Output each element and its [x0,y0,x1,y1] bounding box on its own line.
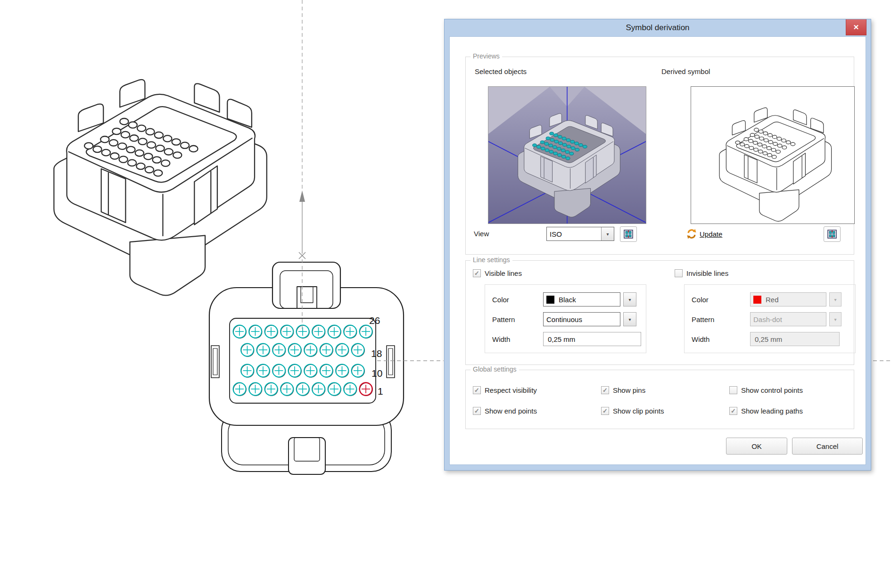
dialog-title: Symbol derivation [445,19,871,36]
invisible-lines-checkbox[interactable]: Invisible lines [675,269,728,277]
previews-group-label: Previews [470,52,502,60]
visible-lines-label: Visible lines [485,269,522,277]
invisible-color-select: Red [750,292,826,306]
chevron-down-icon: ▾ [628,297,631,302]
invisible-pattern-select: Dash-dot [750,312,826,326]
checkbox-label: Respect visibility [485,386,537,394]
selected-objects-3d-viewport[interactable] [488,86,646,224]
show-leading-paths-checkbox[interactable]: ✓ Show leading paths [729,407,803,415]
visible-pattern-value: Continuous [546,315,582,323]
respect-visibility-checkbox[interactable]: ✓ Respect visibility [473,386,537,394]
show-clip-points-checkbox[interactable]: ✓ Show clip points [601,407,664,415]
dialog-content: Previews Selected objects Derived symbol [449,36,866,465]
pin-number-18: 18 [371,348,382,359]
checkbox-box[interactable]: ✓ [729,407,737,415]
checkbox-box[interactable]: ✓ [601,386,609,394]
visible-color-arrow[interactable]: ▾ [623,292,636,306]
show-pins-checkbox[interactable]: ✓ Show pins [601,386,645,394]
view-pins-button[interactable] [620,226,637,242]
pin-number-1: 1 [378,386,383,397]
visible-lines-box: Color Black ▾ Pattern Continuous ▾ [485,284,646,353]
color-swatch-black [546,296,554,304]
invisible-width-input: 0,25 mm [750,332,840,346]
line-settings-group-label: Line settings [470,256,512,264]
close-icon: ✕ [853,23,859,32]
checkbox-box[interactable]: ✓ [473,386,481,394]
previews-group: Previews Selected objects Derived symbol [465,57,854,255]
pin-number-26: 26 [369,315,380,326]
checkbox-box[interactable]: ✓ [473,269,481,277]
visible-color-value: Black [559,296,576,304]
refresh-icon [686,228,697,240]
chevron-down-icon: ▾ [834,297,836,302]
checkbox-label: Show clip points [613,407,664,415]
invisible-lines-label: Invisible lines [686,269,728,277]
close-button[interactable]: ✕ [846,19,866,35]
invisible-pattern-value: Dash-dot [753,315,782,323]
visible-lines-checkbox[interactable]: ✓ Visible lines [473,269,522,277]
chevron-down-icon[interactable]: ▾ [601,227,614,240]
derived-symbol-preview [691,86,855,224]
invisible-color-arrow: ▾ [829,292,842,306]
color-label: Color [692,296,709,304]
pin-number-10: 10 [371,368,382,379]
axis-arrowhead-icon [299,190,305,202]
visible-pattern-select[interactable]: Continuous [543,312,620,326]
checkbox-label: Show control points [741,386,803,394]
chevron-down-icon: ▾ [628,317,631,322]
symbol-pins-icon [827,230,837,239]
derived-symbol-drawing [719,108,832,221]
chevron-down-icon: ▾ [834,317,836,322]
color-swatch-red [753,296,761,304]
width-label: Width [492,335,510,343]
checkbox-label: Show pins [613,386,645,394]
invisible-pattern-arrow: ▾ [829,312,842,326]
update-label: Update [700,230,722,238]
update-button[interactable]: Update [686,227,722,241]
pattern-label: Pattern [692,315,714,323]
selected-objects-label: Selected objects [475,67,527,75]
visible-color-select[interactable]: Black [543,292,620,306]
view-select[interactable]: ISO ▾ [546,227,614,241]
color-label: Color [492,296,509,304]
pattern-label: Pattern [492,315,515,323]
visible-width-input[interactable]: 0,25 mm [543,332,641,346]
width-label: Width [692,335,710,343]
visible-width-value: 0,25 mm [548,335,575,343]
checkbox-box[interactable] [675,269,683,277]
checkbox-label: Show end points [485,407,537,415]
visible-pattern-arrow[interactable]: ▾ [623,312,636,326]
global-settings-group: Global settings ✓ Respect visibility ✓ S… [465,370,854,429]
checkbox-box[interactable] [729,386,737,394]
derived-pins-button[interactable] [824,226,841,242]
global-settings-group-label: Global settings [470,365,519,373]
checkbox-label: Show leading paths [741,407,803,415]
show-control-points-checkbox[interactable]: Show control points [729,386,803,394]
show-end-points-checkbox[interactable]: ✓ Show end points [473,407,537,415]
cancel-button[interactable]: Cancel [792,438,863,455]
checkbox-box[interactable]: ✓ [473,407,481,415]
line-settings-group: Line settings ✓ Visible lines Color Blac… [465,260,854,365]
view-label: View [474,230,489,238]
derived-symbol-label: Derived symbol [661,67,710,75]
symbol-derivation-dialog: Symbol derivation ✕ Previews Selected ob… [444,19,871,471]
checkbox-box[interactable]: ✓ [601,407,609,415]
symbol-pins-icon [624,230,633,239]
ok-button[interactable]: OK [726,438,787,455]
application-canvas: 26 18 10 1 Symbol derivation ✕ Previews [0,0,891,588]
invisible-width-value: 0,25 mm [755,335,782,343]
invisible-color-value: Red [766,296,779,304]
iso-wireframe-drawing[interactable] [54,80,266,296]
view-select-value: ISO [550,230,562,238]
invisible-lines-box: Color Red ▾ Pattern Dash-dot ▾ [684,284,856,353]
